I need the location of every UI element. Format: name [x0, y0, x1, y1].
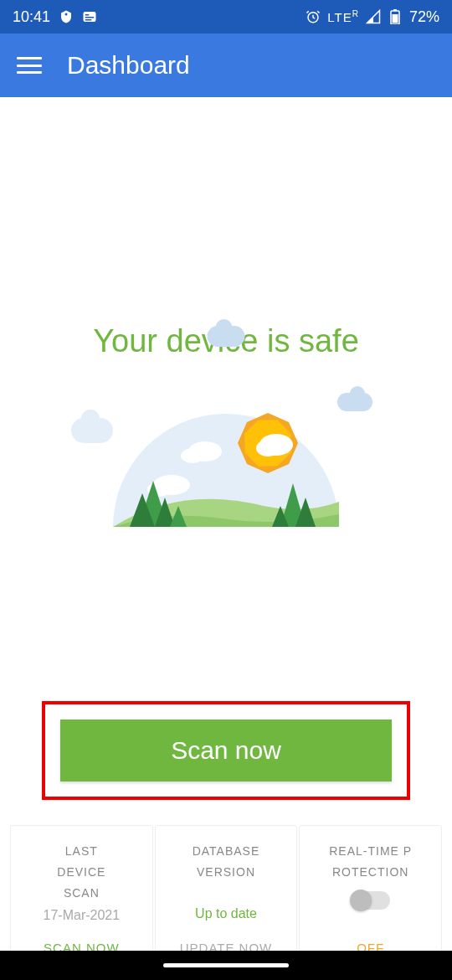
svg-point-22	[256, 440, 280, 456]
info-cards: LAST DEVICE SCAN 17-Mar-2021 SCAN NOW DA…	[10, 825, 442, 966]
android-nav-bar	[0, 951, 452, 980]
main-content: Your device is safe	[0, 97, 452, 800]
app-notification-icon-2	[82, 9, 97, 24]
battery-percent: 72%	[409, 8, 439, 26]
nav-handle[interactable]	[163, 963, 289, 967]
svg-rect-1	[85, 14, 90, 16]
realtime-card: REAL-TIME P ROTECTION OFF	[299, 825, 442, 966]
card-title: REAL-TIME P ROTECTION	[329, 841, 412, 883]
status-bar: 10:41 LTER 72%	[0, 0, 452, 34]
status-right: LTER 72%	[306, 8, 439, 26]
database-status: Up to date	[195, 906, 257, 921]
svg-point-9	[181, 448, 204, 463]
signal-icon	[366, 9, 381, 24]
card-title: DATABASE VERSION	[193, 841, 260, 883]
status-time: 10:41	[13, 8, 50, 26]
battery-icon	[388, 9, 403, 24]
scan-button-highlight: Scan now	[42, 701, 410, 800]
status-left: 10:41	[13, 8, 97, 26]
cloud-icon	[71, 418, 113, 443]
realtime-toggle[interactable]	[352, 891, 390, 910]
app-bar: Dashboard	[0, 34, 452, 97]
cloud-icon	[337, 393, 372, 411]
card-title: LAST DEVICE SCAN	[57, 841, 105, 905]
menu-icon[interactable]	[17, 57, 42, 74]
toggle-knob	[350, 890, 372, 911]
landscape-illustration	[113, 384, 339, 527]
svg-rect-2	[85, 17, 95, 18]
app-notification-icon-1	[59, 9, 74, 24]
alarm-icon	[306, 9, 321, 24]
page-title: Dashboard	[67, 51, 190, 80]
scan-now-button[interactable]: Scan now	[60, 720, 392, 781]
network-label: LTER	[327, 9, 359, 24]
svg-rect-7	[392, 14, 398, 23]
last-scan-date: 17-Mar-2021	[44, 908, 121, 923]
svg-rect-3	[85, 19, 92, 21]
database-card: DATABASE VERSION Up to date UPDATE NOW	[155, 825, 298, 966]
last-scan-card: LAST DEVICE SCAN 17-Mar-2021 SCAN NOW	[10, 825, 153, 966]
cloud-icon	[208, 326, 245, 347]
